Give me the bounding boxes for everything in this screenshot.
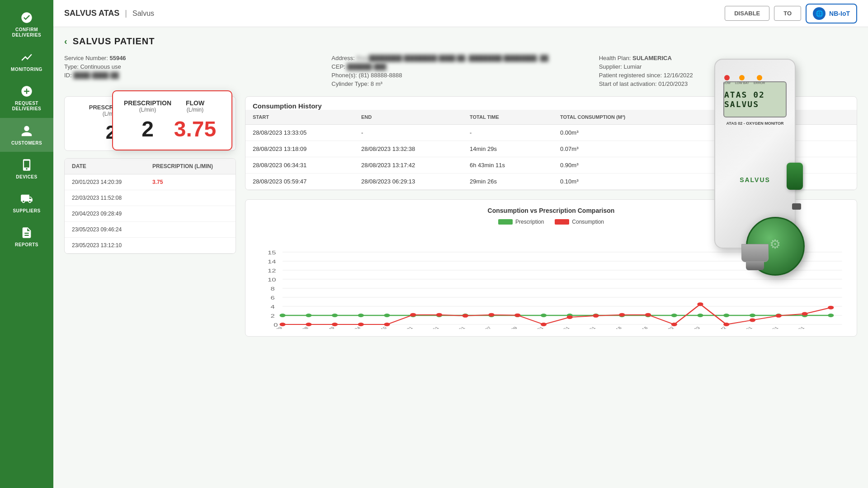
svg-point-50 (541, 323, 547, 326)
legend-prescription: Prescription (498, 219, 544, 225)
sidebar-item-customers[interactable]: CUSTOMERS (0, 118, 53, 152)
main-content: SALVUS ATAS | Salvus DISABLE TO 🌐 NB-IoT… (53, 0, 868, 488)
sidebar-item-devices[interactable]: DEVICES (0, 152, 53, 186)
legend-consumption: Consumption (555, 219, 604, 225)
service-number-label: Service Number: 55946 (64, 55, 322, 61)
th-end: END (361, 114, 470, 120)
svg-point-22 (384, 314, 390, 317)
fp-flow-unit: (L/min) (171, 107, 219, 113)
legend-label-prescription: Prescription (515, 219, 544, 225)
sidebar-item-suppliers[interactable]: SUPPLIERS (0, 186, 53, 220)
svg-point-47 (462, 314, 468, 318)
ph-col-prescription: PRESCRIPTION (L/min) (152, 163, 228, 169)
svg-text:28/08 07:21: 28/08 07:21 (390, 326, 414, 329)
svg-point-42 (332, 323, 338, 326)
fp-prescription-value: 2 (124, 117, 171, 141)
svg-point-48 (488, 313, 494, 317)
patient-title: SALVUS PATIENT (73, 36, 155, 47)
sidebar-label-monitoring: MONITORING (11, 67, 42, 72)
svg-text:14: 14 (268, 259, 276, 264)
legend-color-prescription (498, 219, 513, 225)
sidebar-item-monitoring[interactable]: MONITORING (0, 44, 53, 78)
truck-icon (20, 192, 33, 206)
svg-point-40 (279, 323, 285, 326)
svg-text:28/08 10:09: 28/08 10:09 (495, 326, 518, 329)
sidebar-label-request-deliveries: REQUESTDELIVERIES (12, 101, 41, 112)
fp-flow-label: FLOW (171, 99, 219, 107)
svg-point-19 (306, 314, 311, 317)
sidebar-item-confirm-deliveries[interactable]: CONFIRMDELIVERIES (0, 5, 53, 44)
svg-point-28 (541, 314, 547, 317)
type-label: Type: Continuous use (64, 63, 322, 70)
person-icon (20, 124, 33, 138)
id-label: ID: ████-████-██ (64, 72, 322, 79)
plus-circle-icon (20, 84, 33, 98)
device-icon (20, 158, 33, 172)
cylinder-label: Cylinder Type: 8 m³ (331, 80, 590, 87)
patient-info-col1: Service Number: 55946 Type: Continuous u… (64, 55, 322, 87)
presc-history-row-4: 23/05/2023 09:46:24 (65, 222, 236, 238)
device-image: ATAS 02 SALVUS LOW LOW BAT ERROR ATAS 02… (669, 0, 868, 361)
svg-point-49 (514, 314, 520, 317)
svg-text:28/08 10:51: 28/08 10:51 (521, 326, 544, 329)
check-circle-icon (20, 11, 33, 24)
cep-label: CEP: ██████-███ (331, 63, 590, 70)
svg-text:28/08 13:18: 28/08 13:18 (625, 326, 649, 329)
sidebar: CONFIRMDELIVERIES MONITORING REQUESTDELI… (0, 0, 53, 488)
svg-text:28/08 09:51: 28/08 09:51 (442, 326, 466, 329)
svg-text:12: 12 (268, 268, 276, 273)
patient-info-col2: Address: Rua ████████ ████████ ████ ██, … (331, 55, 590, 87)
svg-point-41 (306, 323, 311, 326)
floating-prescription-card: PRESCRIPTION (L/min) FLOW (L/min) 2 3.75 (112, 90, 232, 150)
svg-point-21 (358, 314, 364, 317)
svg-text:28/08 07:51: 28/08 07:51 (416, 326, 440, 329)
th-start: START (253, 114, 361, 120)
svg-point-52 (593, 314, 599, 318)
sidebar-item-reports[interactable]: REPORTS (0, 220, 53, 253)
svg-point-46 (436, 313, 442, 317)
sidebar-label-customers: CUSTOMERS (11, 141, 42, 145)
svg-text:28/08 13:18: 28/08 13:18 (599, 326, 623, 329)
presc-history-row-5: 23/05/2023 13:12:10 (65, 238, 236, 253)
svg-point-20 (332, 314, 338, 317)
address-label: Address: Rua ████████ ████████ ████ ██, … (331, 55, 590, 61)
svg-text:20/01/2023 14:20:39: 20/01/2023 14:20:39 (253, 326, 283, 329)
th-total-time: TOTAL TIME (470, 114, 560, 120)
presc-history-row-2: 22/03/2023 11:52:08 (65, 190, 236, 206)
svg-text:28/08 10:07: 28/08 10:07 (468, 326, 492, 329)
svg-point-53 (619, 313, 625, 317)
prescription-history-header: DATE PRESCRIPTION (L/min) (65, 159, 236, 174)
prescription-history-section: DATE PRESCRIPTION (L/min) 20/01/2023 14:… (64, 158, 236, 254)
presc-history-row-1: 20/01/2023 14:20:39 3.75 (65, 174, 236, 190)
svg-point-18 (279, 314, 285, 317)
svg-text:8: 8 (271, 286, 275, 291)
svg-point-45 (410, 313, 416, 317)
phones-label: Phone(s): (81) 88888-8888 (331, 72, 590, 79)
legend-label-consumption: Consumption (572, 219, 604, 225)
fp-flow-value: 3.75 (171, 117, 219, 141)
svg-point-51 (567, 315, 573, 319)
company-name: SALVUS ATAS (64, 9, 119, 18)
sidebar-item-request-deliveries[interactable]: REQUESTDELIVERIES (0, 78, 53, 118)
svg-text:28/08 11:51: 28/08 11:51 (547, 326, 570, 329)
fp-prescription-label: PRESCRIPTION (124, 99, 171, 107)
svg-text:28/08 12:51: 28/08 12:51 (573, 326, 596, 329)
svg-text:2: 2 (271, 314, 275, 319)
app-name: Salvus (132, 9, 154, 18)
svg-point-54 (645, 313, 651, 317)
sidebar-label-suppliers: SUPPLIERS (13, 208, 40, 213)
legend-color-consumption (555, 219, 569, 225)
sidebar-label-devices: DEVICES (16, 174, 37, 179)
svg-text:4: 4 (271, 305, 275, 310)
svg-point-43 (358, 323, 364, 326)
sidebar-label-reports: REPORTS (15, 242, 38, 247)
back-button[interactable]: ‹ (64, 36, 67, 47)
monitor-icon (20, 51, 33, 64)
fp-prescription-unit: (L/min) (124, 107, 171, 113)
topbar-separator: | (125, 9, 127, 18)
svg-text:15: 15 (268, 250, 276, 255)
svg-text:6: 6 (271, 296, 275, 300)
svg-point-44 (384, 323, 390, 326)
ph-col-date: DATE (72, 163, 148, 169)
svg-text:10: 10 (268, 277, 276, 282)
